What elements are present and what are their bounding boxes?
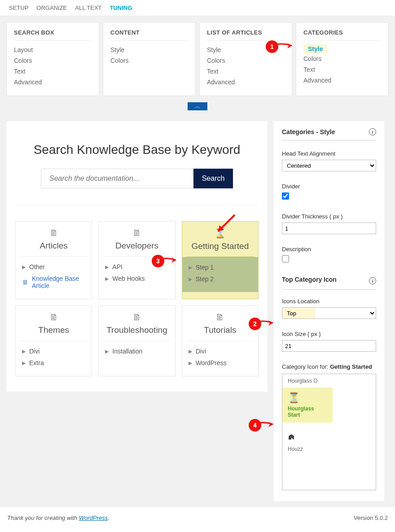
card-getting-started: ⌛ Getting Started ▶Step 1 ▶Step 2	[182, 221, 259, 299]
panel-item-text[interactable]: Text	[207, 66, 285, 77]
panel-item-colors[interactable]: Colors	[110, 55, 188, 66]
field-label: Divider	[282, 183, 376, 190]
icon-opt-hourglass-o[interactable]: Hourglass O	[282, 374, 376, 388]
panel-item-colors[interactable]: Colors	[207, 55, 285, 66]
panel-item-colors[interactable]: Colors	[14, 55, 92, 66]
list-item[interactable]: ▶API	[105, 261, 168, 273]
document-icon: 🗎	[187, 312, 254, 323]
field-label: Icon Size ( px )	[282, 331, 376, 337]
list-item[interactable]: ▶Divi	[22, 345, 85, 357]
tab-all-text[interactable]: ALL TEXT	[75, 4, 101, 11]
panel-item-style[interactable]: Style	[110, 44, 188, 55]
document-icon: 🗎	[103, 312, 170, 323]
card-title: Themes	[20, 325, 87, 335]
card-tutorials: 🗎 Tutorials ▶Divi ▶WordPress	[182, 305, 259, 376]
info-icon[interactable]: i	[369, 277, 376, 284]
document-icon: 🗎	[103, 228, 170, 238]
field-description: Description	[282, 246, 376, 264]
card-title: Troubleshooting	[103, 325, 170, 335]
panel-item-style[interactable]: Style	[303, 44, 327, 53]
search-button[interactable]: Search	[193, 169, 233, 188]
card-themes: 🗎 Themes ▶Divi ▶Extra	[15, 305, 92, 376]
footer: Thank you for creating with WordPress. V…	[0, 507, 395, 526]
list-item[interactable]: ▶Divi	[189, 345, 252, 357]
triangle-icon: ▶	[22, 349, 26, 354]
panel-item-advanced[interactable]: Advanced	[303, 75, 381, 86]
triangle-icon: ▶	[22, 360, 26, 366]
panel-item-style[interactable]: Style	[207, 44, 285, 55]
head-align-select[interactable]: Centered	[282, 160, 376, 171]
panel-item-text[interactable]: Text	[14, 66, 92, 77]
panel-title: SEARCH BOX	[14, 29, 92, 41]
panel-list-articles: LIST OF ARTICLES Style Colors Text Advan…	[199, 22, 292, 96]
icon-size-input[interactable]	[282, 340, 376, 352]
doc-icon: 🗎	[22, 279, 28, 286]
wordpress-link[interactable]: WordPress	[79, 515, 108, 521]
sidebar-header: Categories - Style i	[282, 128, 376, 140]
field-label: Divider Thickness ( px )	[282, 213, 376, 220]
field-head-align: Head Text Alignment Centered	[282, 150, 376, 171]
info-icon[interactable]: i	[369, 128, 376, 135]
document-icon: 🗎	[20, 312, 87, 323]
triangle-icon: ▶	[189, 265, 192, 270]
panel-item-text[interactable]: Text	[303, 64, 381, 75]
panel-item-advanced[interactable]: Advanced	[14, 77, 92, 87]
icon-opt-houzz[interactable]: Houzz	[282, 429, 376, 456]
card-title: Getting Started	[187, 241, 254, 251]
list-item[interactable]: ▶Installation	[105, 345, 168, 357]
description-checkbox[interactable]	[282, 255, 289, 262]
field-label: Head Text Alignment	[282, 150, 376, 157]
houzz-icon	[288, 432, 370, 444]
card-troubleshooting: 🗎 Troubleshooting ▶Installation	[98, 305, 175, 376]
hourglass-icon: ⌛	[187, 228, 254, 239]
sidebar-title: Categories - Style	[282, 128, 335, 135]
panel-item-layout[interactable]: Layout	[14, 44, 92, 55]
field-label: Icons Location	[282, 298, 376, 305]
triangle-icon: ▶	[189, 360, 192, 366]
icon-opt-hourglass-start[interactable]: ⏳ Hourglass Start	[282, 388, 333, 423]
collapse-bar: ︿	[0, 102, 395, 115]
sidebar: Categories - Style i Head Text Alignment…	[274, 121, 384, 501]
card-title: Tutorials	[187, 325, 254, 335]
field-label: Description	[282, 246, 376, 253]
tab-tuning[interactable]: TUNING	[110, 4, 132, 11]
field-divider-thickness: Divider Thickness ( px )	[282, 213, 376, 234]
collapse-button[interactable]: ︿	[188, 102, 207, 110]
list-item[interactable]: ▶WordPress	[189, 357, 252, 369]
divider-thickness-input[interactable]	[282, 222, 376, 234]
list-item[interactable]: ▶Extra	[22, 357, 85, 369]
search-input[interactable]	[41, 169, 193, 188]
field-icon-size: Icon Size ( px )	[282, 331, 376, 352]
field-icons-location: Icons Location Top	[282, 298, 376, 319]
icon-list[interactable]: Hourglass O ⏳ Hourglass Start Houzz	[282, 374, 376, 490]
triangle-icon: ▶	[189, 349, 192, 354]
triangle-icon: ▶	[105, 276, 109, 282]
panel-item-advanced[interactable]: Advanced	[207, 77, 285, 87]
list-item[interactable]: ▶Other	[22, 261, 85, 273]
sub-header-top-icon: Top Category Icon i	[282, 276, 376, 290]
main-area: Search Knowledge Base by Keyword Search …	[0, 115, 395, 507]
icons-location-select[interactable]: Top	[282, 307, 376, 319]
panel-title: LIST OF ARTICLES	[207, 29, 285, 41]
panel-title: CONTENT	[110, 29, 188, 41]
chevron-up-icon: ︿	[195, 103, 200, 110]
sub-header-label: Top Category Icon	[282, 276, 337, 283]
card-articles: 🗎 Articles ▶Other 🗎Knowledge Base Articl…	[15, 221, 92, 299]
list-item-doc[interactable]: 🗎Knowledge Base Article	[22, 273, 85, 292]
divider-checkbox[interactable]	[282, 192, 289, 200]
triangle-icon: ▶	[105, 349, 109, 354]
list-item[interactable]: ▶Web Hooks	[105, 273, 168, 284]
panel-categories: CATEGORIES Style Colors Text Advanced	[296, 22, 389, 96]
card-title: Developers	[103, 241, 170, 251]
cat-icon-for-label: Category Icon for: Getting Started	[282, 363, 376, 370]
version-label: Version 5.0.2	[354, 515, 388, 521]
list-item[interactable]: ▶Step 2	[189, 273, 252, 285]
card-title: Articles	[20, 241, 87, 251]
tab-organize[interactable]: ORGANIZE	[36, 4, 67, 11]
panel-item-colors[interactable]: Colors	[303, 53, 381, 64]
list-item[interactable]: ▶Step 1	[189, 262, 252, 273]
tab-setup[interactable]: SETUP	[9, 4, 28, 11]
search-row: Search	[15, 169, 259, 188]
footer-text: Thank you for creating with WordPress.	[7, 515, 110, 521]
hourglass-start-icon: ⏳	[288, 392, 327, 404]
